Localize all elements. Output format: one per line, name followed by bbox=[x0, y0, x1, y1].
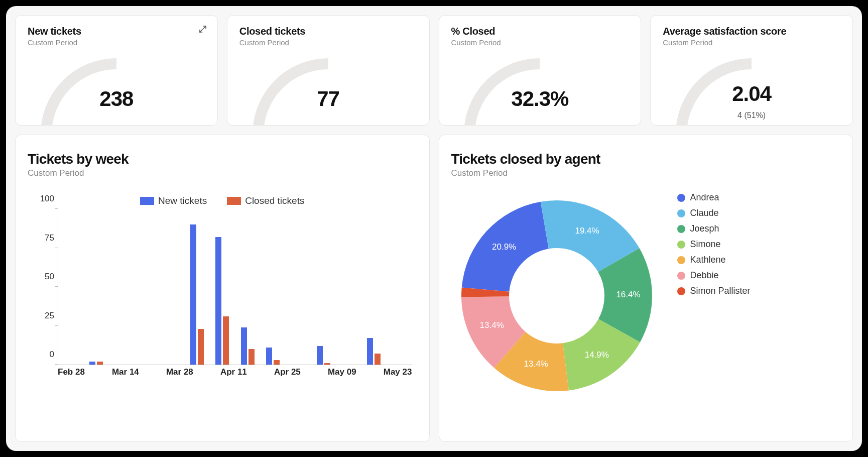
donut-chart: 20.9%19.4%16.4%14.9%13.4%13.4% bbox=[451, 190, 662, 401]
x-tick: Apr 11 bbox=[220, 367, 247, 377]
x-tick: Feb 28 bbox=[58, 367, 85, 377]
legend-closed: Closed tickets bbox=[227, 195, 304, 206]
kpi-card-new-tickets[interactable]: New tickets Custom Period 238 bbox=[15, 15, 218, 126]
legend-dot bbox=[677, 209, 685, 217]
slice-label: 19.4% bbox=[575, 226, 599, 236]
bar-group bbox=[317, 346, 331, 365]
bar-group bbox=[190, 224, 204, 365]
kpi-period: Custom Period bbox=[451, 38, 629, 47]
legend-dot bbox=[677, 194, 685, 202]
slice-label: 13.4% bbox=[479, 320, 504, 330]
bar-group bbox=[367, 338, 381, 365]
donut-legend: AndreaClaudeJoesphSimoneKathleneDebbieSi… bbox=[677, 192, 751, 296]
kpi-title: % Closed bbox=[451, 26, 629, 37]
legend-label: Debbie bbox=[690, 270, 719, 281]
bar-closed bbox=[274, 360, 280, 365]
x-tick: Mar 14 bbox=[112, 367, 139, 377]
panel-period: Custom Period bbox=[451, 168, 841, 178]
expand-icon[interactable] bbox=[198, 25, 207, 34]
kpi-subvalue: 4 (51%) bbox=[651, 111, 852, 120]
legend-item: Simone bbox=[677, 239, 751, 250]
panel-row: Tickets by week Custom Period New ticket… bbox=[15, 135, 853, 442]
legend-dot bbox=[677, 287, 685, 295]
kpi-period: Custom Period bbox=[239, 38, 417, 47]
y-tick: 50 bbox=[33, 272, 54, 282]
bar-group bbox=[266, 348, 280, 365]
kpi-value: 77 bbox=[227, 87, 429, 111]
legend-new: New tickets bbox=[140, 195, 207, 206]
x-tick: Mar 28 bbox=[166, 367, 193, 377]
legend-label: Andrea bbox=[690, 192, 719, 203]
slice-label: 14.9% bbox=[584, 350, 608, 360]
legend-item: Debbie bbox=[677, 270, 751, 281]
bar-legend: New tickets Closed tickets bbox=[28, 195, 417, 206]
y-tick: 25 bbox=[33, 311, 54, 321]
legend-label: Simon Pallister bbox=[690, 286, 751, 296]
legend-label: Claude bbox=[690, 208, 719, 218]
legend-item: Simon Pallister bbox=[677, 286, 751, 296]
kpi-card-pct-closed[interactable]: % Closed Custom Period 32.3% bbox=[439, 15, 642, 126]
kpi-period: Custom Period bbox=[663, 38, 840, 47]
donut-body: 20.9%19.4%16.4%14.9%13.4%13.4% AndreaCla… bbox=[451, 190, 841, 401]
x-tick: May 23 bbox=[384, 367, 412, 377]
panel-tickets-by-week[interactable]: Tickets by week Custom Period New ticket… bbox=[15, 135, 430, 442]
legend-dot bbox=[677, 241, 685, 249]
bar-new bbox=[367, 338, 373, 365]
bar-closed bbox=[324, 363, 330, 365]
kpi-row: New tickets Custom Period 238 Closed tic… bbox=[15, 15, 853, 126]
legend-item: Claude bbox=[677, 208, 751, 218]
bar-new bbox=[241, 327, 247, 365]
bar-closed bbox=[97, 362, 103, 365]
slice-label: 13.4% bbox=[524, 359, 548, 369]
y-tick: 75 bbox=[33, 233, 54, 243]
kpi-value: 238 bbox=[16, 87, 217, 111]
bar-closed bbox=[198, 329, 204, 365]
legend-label: Kathlene bbox=[690, 255, 726, 265]
kpi-value: 32.3% bbox=[439, 87, 641, 111]
legend-label: Joesph bbox=[690, 223, 719, 234]
legend-new-label: New tickets bbox=[158, 195, 207, 206]
bar-new bbox=[190, 224, 196, 365]
bar-closed bbox=[375, 354, 381, 365]
legend-dot bbox=[677, 272, 685, 280]
bar-new bbox=[266, 348, 272, 365]
kpi-title: New tickets bbox=[28, 26, 205, 37]
legend-dot bbox=[677, 256, 685, 264]
bar-closed bbox=[249, 349, 255, 365]
x-tick: Apr 25 bbox=[274, 367, 301, 377]
legend-item: Joesph bbox=[677, 223, 751, 234]
bar-plot: 0255075100 bbox=[58, 209, 412, 365]
bar-closed bbox=[223, 316, 229, 365]
bar-x-axis: Feb 28Mar 14Mar 28Apr 11Apr 25May 09May … bbox=[58, 367, 412, 377]
kpi-card-satisfaction[interactable]: Average satisfaction score Custom Period… bbox=[650, 15, 853, 126]
bar-group bbox=[89, 362, 103, 365]
y-tick: 100 bbox=[33, 194, 54, 204]
bar-new bbox=[317, 346, 323, 365]
bar-new bbox=[215, 237, 221, 365]
panel-period: Custom Period bbox=[28, 168, 417, 178]
legend-label: Simone bbox=[690, 239, 721, 250]
panel-title: Tickets by week bbox=[28, 151, 417, 167]
kpi-title: Average satisfaction score bbox=[663, 26, 840, 37]
kpi-period: Custom Period bbox=[28, 38, 205, 47]
panel-tickets-by-agent[interactable]: Tickets closed by agent Custom Period 20… bbox=[439, 135, 853, 442]
legend-item: Andrea bbox=[677, 192, 751, 203]
legend-closed-label: Closed tickets bbox=[245, 195, 304, 206]
dashboard: New tickets Custom Period 238 Closed tic… bbox=[6, 6, 862, 451]
x-tick: May 09 bbox=[328, 367, 356, 377]
y-tick: 0 bbox=[33, 350, 54, 360]
slice-label: 16.4% bbox=[616, 290, 640, 299]
slice-label: 20.9% bbox=[492, 242, 516, 252]
kpi-card-closed-tickets[interactable]: Closed tickets Custom Period 77 bbox=[227, 15, 430, 126]
legend-item: Kathlene bbox=[677, 255, 751, 265]
kpi-value: 2.04 bbox=[651, 82, 852, 106]
bar-group bbox=[215, 237, 229, 365]
legend-dot bbox=[677, 225, 685, 233]
bar-group bbox=[241, 327, 255, 365]
kpi-title: Closed tickets bbox=[239, 26, 417, 37]
bar-new bbox=[89, 362, 95, 365]
bar-chart: New tickets Closed tickets 0255075100 Fe… bbox=[28, 195, 417, 386]
panel-title: Tickets closed by agent bbox=[451, 151, 841, 167]
